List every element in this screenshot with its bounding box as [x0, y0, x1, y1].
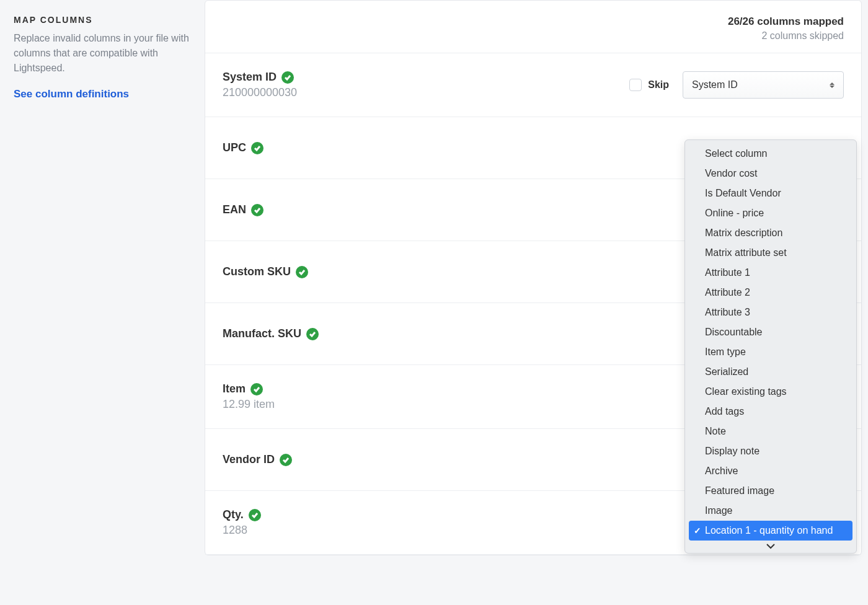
check-circle-icon: [250, 383, 263, 395]
column-select[interactable]: System ID: [683, 71, 844, 99]
check-circle-icon: [280, 454, 292, 466]
check-circle-icon: [296, 266, 308, 278]
column-select-value: System ID: [692, 79, 738, 91]
check-circle-icon: [251, 142, 264, 154]
column-name: UPC: [223, 141, 246, 154]
column-sample-value: 210000000030: [223, 86, 629, 99]
dropdown-option[interactable]: Archive: [685, 461, 856, 481]
sidebar: MAP COLUMNS Replace invalid columns in y…: [0, 0, 205, 605]
skip-control: Skip: [629, 79, 669, 91]
dropdown-option[interactable]: Item type: [685, 342, 856, 362]
dropdown-option[interactable]: Attribute 1: [685, 263, 856, 283]
dropdown-option[interactable]: Display note: [685, 441, 856, 461]
dropdown-option[interactable]: Clear existing tags: [685, 382, 856, 402]
dropdown-option[interactable]: Location 1 - quantity on hand: [689, 521, 852, 541]
columns-mapped-count: 26/26 columns mapped: [223, 15, 844, 28]
column-name: Qty.: [223, 508, 244, 521]
row-info: System ID210000000030: [223, 71, 629, 99]
skip-checkbox[interactable]: [629, 79, 642, 91]
dropdown-option[interactable]: Vendor cost: [685, 164, 856, 183]
column-mapping-row: System ID210000000030SkipSystem ID: [205, 53, 861, 117]
dropdown-option[interactable]: Online - price: [685, 203, 856, 223]
dropdown-option[interactable]: Matrix attribute set: [685, 243, 856, 263]
row-controls: SkipSystem ID: [629, 71, 844, 99]
main-content: 26/26 columns mapped 2 columns skipped S…: [205, 0, 868, 605]
sidebar-title: MAP COLUMNS: [14, 15, 191, 25]
check-circle-icon: [306, 328, 319, 340]
dropdown-option[interactable]: Image: [685, 501, 856, 521]
dropdown-option[interactable]: Attribute 2: [685, 283, 856, 302]
column-name: EAN: [223, 203, 246, 216]
sidebar-description: Replace invalid columns in your file wit…: [14, 31, 191, 76]
row-title-line: System ID: [223, 71, 629, 84]
column-name: Custom SKU: [223, 265, 291, 278]
chevron-down-icon: [766, 543, 776, 549]
dropdown-more-indicator[interactable]: [685, 541, 856, 552]
dropdown-option[interactable]: Serialized: [685, 362, 856, 382]
see-column-definitions-link[interactable]: See column definitions: [14, 88, 129, 100]
select-sort-icon: [830, 82, 835, 88]
check-circle-icon: [251, 204, 264, 216]
columns-skipped-count: 2 columns skipped: [223, 30, 844, 42]
dropdown-option[interactable]: Is Default Vendor: [685, 183, 856, 203]
column-name: Manufact. SKU: [223, 327, 301, 340]
dropdown-option[interactable]: Featured image: [685, 481, 856, 501]
column-select-dropdown[interactable]: Select columnVendor costIs Default Vendo…: [684, 139, 857, 554]
check-circle-icon: [281, 71, 294, 84]
dropdown-option[interactable]: Add tags: [685, 402, 856, 422]
column-name: Vendor ID: [223, 453, 275, 466]
column-name: Item: [223, 382, 246, 395]
dropdown-option[interactable]: Discountable: [685, 322, 856, 342]
card-header: 26/26 columns mapped 2 columns skipped: [205, 1, 861, 53]
dropdown-option[interactable]: Note: [685, 422, 856, 441]
column-name: System ID: [223, 71, 277, 84]
check-circle-icon: [249, 509, 261, 521]
dropdown-option[interactable]: Matrix description: [685, 223, 856, 243]
skip-label: Skip: [648, 79, 669, 91]
dropdown-option[interactable]: Attribute 3: [685, 302, 856, 322]
dropdown-option[interactable]: Select column: [685, 144, 856, 164]
